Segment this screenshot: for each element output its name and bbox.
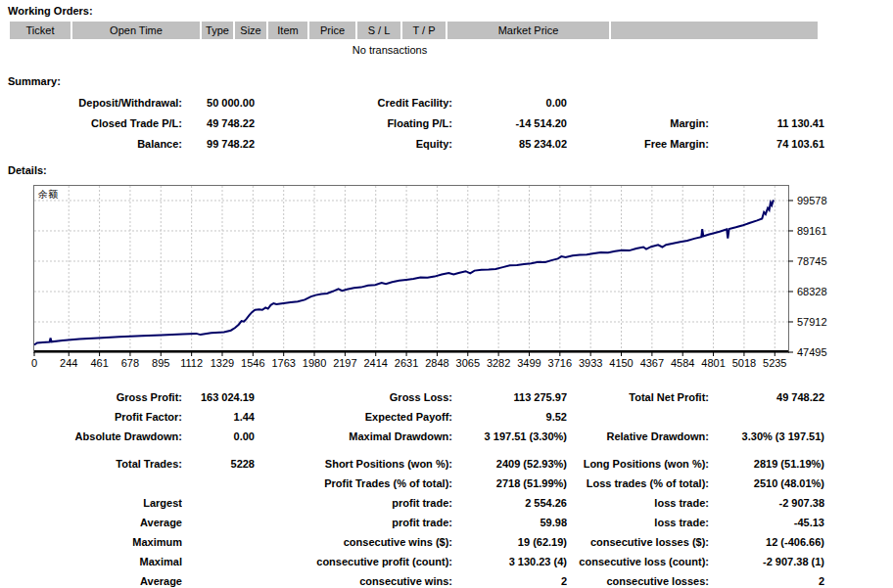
balance-curve: [34, 201, 774, 345]
stat-value: 99 748.22: [182, 133, 255, 154]
col-ticket: Ticket: [10, 22, 70, 39]
stat-label: Margin:: [567, 113, 709, 133]
stat-value: 2510 (48.01%): [709, 474, 824, 493]
stat-label: Balance:: [10, 133, 182, 154]
stat-value: 11 130.41: [709, 113, 824, 133]
stat-value: -2 907.38 (1): [709, 552, 824, 571]
stat-value: [182, 532, 255, 552]
stat-value: 85 234.02: [452, 133, 567, 154]
stat-label: [10, 474, 182, 493]
chart-canvas: [34, 186, 788, 352]
stat-label: Largest: [10, 493, 182, 513]
stat-value: 59.98: [452, 513, 567, 532]
col-market-price: Market Price: [447, 22, 609, 39]
table-row: Gross Profit:163 024.19Gross Loss:113 27…: [10, 387, 824, 407]
stat-value: 3 130.23 (4): [452, 552, 567, 571]
balance-chart: 余额 0244461678895111213291546176319802197…: [33, 185, 893, 379]
table-row: Maximalconsecutive profit (count):3 130.…: [10, 552, 824, 571]
col-open-time: Open Time: [72, 22, 200, 39]
stat-value: 9.52: [452, 407, 567, 427]
stat-value: 2: [709, 571, 824, 588]
table-row: Largestprofit trade:2 554.26loss trade:-…: [10, 493, 824, 513]
no-transactions-text: No transactions: [8, 39, 772, 61]
stat-label: Maximal: [10, 552, 182, 571]
stat-label: consecutive losses ($):: [567, 532, 709, 552]
stat-label: Floating P/L:: [255, 113, 452, 133]
stat-label: loss trade:: [567, 513, 709, 532]
stat-value: [709, 92, 824, 113]
stat-label: Short Positions (won %):: [255, 446, 452, 474]
stat-value: [182, 513, 255, 532]
y-tick-label: 47495: [797, 346, 840, 358]
stat-value: 2409 (52.93%): [452, 446, 567, 474]
table-row: Absolute Drawdown:0.00Maximal Drawdown:3…: [10, 427, 824, 446]
col-price: Price: [309, 22, 355, 39]
stat-value: 2 554.26: [452, 493, 567, 513]
stat-label: Absolute Drawdown:: [10, 427, 182, 446]
stat-label: Gross Loss:: [255, 387, 452, 407]
stat-value: [709, 407, 824, 427]
y-tick-label: 89161: [797, 225, 840, 237]
stat-label: Total Net Profit:: [567, 387, 709, 407]
y-tick-label: 99578: [797, 195, 840, 206]
stat-label: consecutive profit (count):: [255, 552, 452, 571]
statement-report: Working Orders: Ticket Open Time Type Si…: [0, 0, 893, 588]
stat-label: consecutive wins ($):: [255, 532, 452, 552]
stat-value: [182, 474, 255, 493]
stat-label: Gross Profit:: [10, 387, 182, 407]
col-size: Size: [235, 22, 266, 39]
working-orders-table: Ticket Open Time Type Size Item Price S …: [8, 22, 820, 39]
stat-label: Profit Trades (% of total):: [255, 474, 452, 493]
table-row: Total Trades:5228Short Positions (won %)…: [10, 446, 824, 474]
chart-plot-area: 余额: [33, 185, 789, 353]
summary-heading: Summary:: [8, 74, 893, 90]
stat-value: 49 748.22: [182, 113, 255, 133]
x-tick-label: 5235: [755, 357, 794, 369]
stat-label: profit trade:: [255, 513, 452, 532]
stat-value: 49 748.22: [709, 387, 824, 407]
col-type: Type: [202, 22, 233, 39]
stat-label: Long Positions (won %):: [567, 446, 709, 474]
table-row: Averageprofit trade:59.98loss trade:-45.…: [10, 513, 824, 532]
stat-label: Free Margin:: [567, 133, 709, 154]
stat-value: 163 024.19: [182, 387, 255, 407]
stat-value: 50 000.00: [182, 92, 255, 113]
stat-label: Relative Drawdown:: [567, 427, 709, 446]
col-tp: T / P: [402, 22, 446, 39]
stat-label: Total Trades:: [10, 446, 182, 474]
stat-label: Maximum: [10, 532, 182, 552]
stat-label: Expected Payoff:: [255, 407, 452, 427]
stat-value: 0.00: [182, 427, 255, 446]
y-tick-label: 78745: [797, 255, 840, 267]
stat-label: loss trade:: [567, 493, 709, 513]
stat-label: Loss trades (% of total):: [567, 474, 709, 493]
stat-value: -45.13: [709, 513, 824, 532]
summary-table: Deposit/Withdrawal:50 000.00Credit Facil…: [10, 92, 824, 154]
chart-legend-label: 余额: [38, 188, 58, 202]
stat-value: -14 514.20: [452, 113, 567, 133]
table-row: Closed Trade P/L:49 748.22Floating P/L:-…: [10, 113, 824, 133]
stat-value: -2 907.38: [709, 493, 824, 513]
stat-value: 2718 (51.99%): [452, 474, 567, 493]
results-table: Gross Profit:163 024.19Gross Loss:113 27…: [10, 387, 824, 588]
stat-label: Deposit/Withdrawal:: [10, 92, 182, 113]
table-row: Maximumconsecutive wins ($):19 (62.19)co…: [10, 532, 824, 552]
col-blank: [611, 22, 818, 39]
stat-label: Equity:: [255, 133, 452, 154]
stat-label: consecutive losses:: [567, 571, 709, 588]
stat-value: [182, 571, 255, 588]
stat-label: profit trade:: [255, 493, 452, 513]
stat-value: 12 (-406.66): [709, 532, 824, 552]
details-heading: Details:: [8, 163, 893, 179]
stat-label: Profit Factor:: [10, 407, 182, 427]
stat-value: 3 197.51 (3.30%): [452, 427, 567, 446]
stat-value: 1.44: [182, 407, 255, 427]
stat-label: consecutive loss (count):: [567, 552, 709, 571]
stat-value: 0.00: [452, 92, 567, 113]
stat-label: [567, 407, 709, 427]
col-sl: S / L: [357, 22, 400, 39]
stat-value: [182, 552, 255, 571]
table-row: Profit Factor:1.44Expected Payoff:9.52: [10, 407, 824, 427]
stat-value: 2819 (51.19%): [709, 446, 824, 474]
col-item: Item: [268, 22, 307, 39]
